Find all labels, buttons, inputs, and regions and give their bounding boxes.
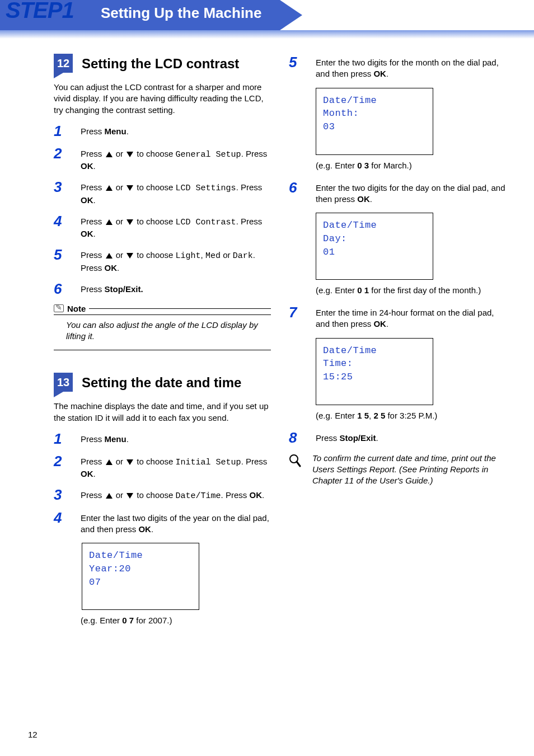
s12-step3: 3 Press or to choose LCD Settings. Press… — [54, 180, 271, 206]
example-month: (e.g. Enter 0 3 for March.) — [316, 161, 506, 170]
s13-step6: 6 Enter the two digits for the day on th… — [289, 180, 506, 205]
step-number: 1 — [54, 124, 71, 138]
s13-step8: 8 Press Stop/Exit. — [289, 430, 506, 445]
example-time: (e.g. Enter 1 5, 2 5 for 3:25 P.M.) — [316, 411, 506, 420]
down-arrow-icon — [127, 152, 133, 157]
text: Enter the two digits for the day on the … — [316, 183, 505, 204]
code-text: Dark — [233, 251, 253, 261]
step-label: STEP1 — [6, 0, 74, 23]
bold-text: OK — [373, 319, 386, 328]
lcd-display-time: Date/Time Time: 15:25 — [316, 338, 433, 405]
right-column: 5 Enter the two digits for the month on … — [289, 50, 506, 635]
text: to choose — [134, 250, 175, 260]
text: . Press — [241, 149, 268, 158]
note-block: Note You can also adjust the angle of th… — [54, 304, 271, 351]
step-number: 1 — [54, 431, 71, 446]
text: . — [386, 69, 388, 78]
code-text: LCD Settings — [176, 184, 236, 193]
text: Press — [81, 434, 105, 444]
code-text: General Setup — [176, 150, 241, 159]
step-number: 4 — [54, 214, 71, 240]
section-number-13: 13 — [54, 373, 73, 392]
s13-step7: 7 Enter the time in 24-hour format on th… — [289, 305, 506, 330]
bold-text: Menu — [105, 126, 127, 136]
code-text: Initial Setup — [176, 458, 241, 467]
lcd-line: 01 — [323, 246, 426, 259]
lcd-line: Day: — [323, 232, 426, 246]
text: to choose — [134, 149, 175, 158]
lcd-display-year: Date/Time Year:20 07 — [82, 543, 199, 610]
bold-text: 1 5 — [357, 411, 369, 420]
up-arrow-icon — [106, 219, 113, 225]
s12-step1: 1 Press Menu. — [54, 124, 271, 138]
lcd-line: Date/Time — [323, 94, 426, 107]
svg-line-1 — [297, 462, 300, 466]
lcd-line: Year:20 — [89, 562, 192, 576]
lcd-line: Date/Time — [89, 549, 192, 562]
lcd-display-day: Date/Time Day: 01 — [316, 213, 433, 280]
lcd-line: Date/Time — [323, 219, 426, 232]
note-label: Note — [67, 304, 86, 313]
page-banner: STEP1 Setting Up the Machine — [0, 0, 534, 39]
down-arrow-icon — [127, 219, 133, 225]
lcd-line: Date/Time — [323, 344, 426, 358]
up-arrow-icon — [106, 253, 113, 259]
s13-step1: 1 Press Menu. — [54, 431, 271, 446]
text: . — [376, 433, 378, 443]
text: or — [221, 250, 233, 260]
s13-step2: 2 Press or to choose Initial Setup. Pres… — [54, 454, 271, 480]
text: . — [127, 434, 129, 444]
text: , — [201, 250, 205, 260]
text: . — [127, 126, 129, 136]
note-body: You can also adjust the angle of the LCD… — [54, 315, 271, 351]
text: Press — [316, 433, 340, 443]
text: for March.) — [369, 161, 412, 170]
down-arrow-icon — [127, 185, 133, 191]
section-13-intro: The machine displays the date and time, … — [54, 401, 271, 424]
text: for 2007.) — [134, 616, 172, 625]
down-arrow-icon — [127, 493, 133, 499]
s12-step6: 6 Press Stop/Exit. — [54, 281, 271, 296]
step-number: 6 — [289, 180, 306, 205]
left-column: 12 Setting the LCD contrast You can adju… — [54, 50, 271, 635]
lcd-line: 03 — [323, 120, 426, 134]
text: Press — [81, 126, 105, 136]
bold-text: OK — [105, 263, 118, 273]
lcd-line: Time: — [323, 357, 426, 370]
code-text: Light — [176, 251, 201, 261]
up-arrow-icon — [106, 185, 113, 191]
text: for 3:25 P.M.) — [385, 411, 437, 420]
text: Enter the time in 24-hour format on the … — [316, 308, 494, 328]
text: Press — [81, 149, 105, 158]
section-12-header: 12 Setting the LCD contrast — [54, 54, 271, 74]
section-number-12: 12 — [54, 54, 73, 73]
s12-step5: 5 Press or to choose Light, Med or Dark.… — [54, 247, 271, 274]
section-12-title: Setting the LCD contrast — [82, 56, 239, 72]
up-arrow-icon — [106, 152, 113, 157]
bold-text: OK — [81, 161, 93, 171]
bold-text: 0 7 — [122, 616, 134, 625]
s12-step4: 4 Press or to choose LCD Contrast. Press… — [54, 214, 271, 240]
banner-title: Setting Up the Machine — [101, 4, 261, 22]
text: . — [93, 161, 96, 171]
bold-text: OK — [357, 194, 370, 204]
text: . — [117, 263, 119, 273]
text: (e.g. Enter — [316, 285, 357, 295]
section-12-intro: You can adjust the LCD contrast for a sh… — [54, 82, 271, 116]
down-arrow-icon — [127, 459, 133, 465]
up-arrow-icon — [106, 493, 113, 499]
lcd-line: Month: — [323, 107, 426, 120]
text: Enter the two digits for the month on th… — [316, 58, 499, 78]
bold-text: Menu — [105, 434, 127, 444]
tip-block: To confirm the current date and time, pr… — [289, 453, 506, 487]
step-number: 5 — [54, 247, 71, 274]
lcd-line: 15:25 — [323, 370, 426, 384]
s12-step2: 2 Press or to choose General Setup. Pres… — [54, 146, 271, 172]
code-text: Med — [205, 251, 221, 261]
step-number: 8 — [289, 430, 306, 445]
bold-text: 2 5 — [373, 411, 385, 420]
text: or — [114, 149, 126, 158]
example-year: (e.g. Enter 0 7 for 2007.) — [81, 616, 271, 625]
text: . — [386, 319, 388, 328]
bold-text: 0 1 — [357, 285, 369, 295]
